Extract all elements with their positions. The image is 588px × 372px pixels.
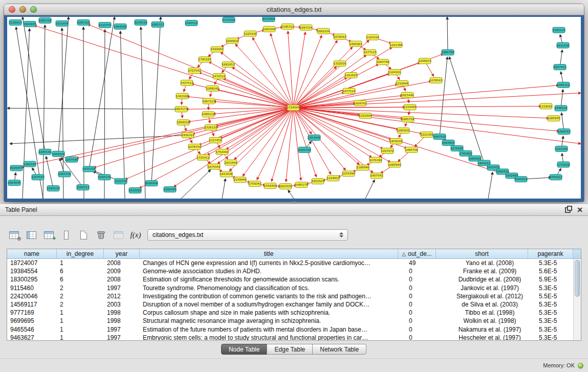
graph-edge[interactable] <box>488 172 493 199</box>
graph-node[interactable]: 1505135 <box>98 174 111 180</box>
graph-node[interactable]: 2126053 <box>9 19 22 25</box>
minimize-window-button[interactable] <box>19 6 26 13</box>
column-header-name[interactable]: name <box>7 249 57 258</box>
graph-edge[interactable] <box>43 25 45 199</box>
graph-node[interactable]: 1667542 <box>433 134 446 140</box>
graph-node[interactable]: 1472512 <box>213 74 225 79</box>
graph-node[interactable]: 1161625 <box>345 73 357 78</box>
graph-edge[interactable] <box>293 32 306 108</box>
graph-node[interactable]: 1832020 <box>129 188 142 193</box>
graph-node[interactable]: 1677115 <box>364 50 376 55</box>
graph-node[interactable]: 1225430 <box>244 31 257 36</box>
graph-edge[interactable] <box>151 17 161 183</box>
graph-edge[interactable] <box>141 27 145 199</box>
graph-node[interactable]: 1085945 <box>548 116 560 121</box>
graph-edge[interactable] <box>293 55 366 108</box>
import-table-button[interactable] <box>112 228 125 242</box>
graph-edge[interactable] <box>447 17 448 52</box>
table-scrollbar[interactable] <box>573 259 581 340</box>
graph-edge[interactable] <box>46 156 53 188</box>
graph-edge[interactable] <box>232 67 293 107</box>
graph-node[interactable]: 1724045 <box>287 105 299 111</box>
scrollbar-thumb[interactable] <box>575 260 580 297</box>
delete-table-button[interactable] <box>94 228 107 242</box>
graph-node[interactable]: 1675719 <box>83 166 96 172</box>
graph-node[interactable]: 1697154 <box>300 25 313 30</box>
graph-node[interactable]: 1915446 <box>401 92 414 98</box>
graph-node[interactable]: 1795183 <box>199 57 211 62</box>
graph-node[interactable]: 1495175 <box>295 182 308 188</box>
graph-node[interactable]: 1486112 <box>202 112 214 117</box>
graph-edge[interactable] <box>293 108 559 132</box>
tab-network-table[interactable]: Network Table <box>312 344 366 355</box>
graph-node[interactable]: 1064748 <box>377 59 389 65</box>
graph-node[interactable]: 1952507 <box>312 179 324 184</box>
graph-node[interactable]: 1936321 <box>182 133 194 138</box>
table-row[interactable]: 1456911722003Disruption of a novel membe… <box>7 300 581 309</box>
graph-node[interactable]: 1495758 <box>405 147 418 152</box>
graph-node[interactable]: 1877114 <box>343 88 356 94</box>
graph-edge[interactable] <box>23 17 45 152</box>
graph-node[interactable]: 1585514 <box>553 27 565 33</box>
graph-node[interactable]: 1505134 <box>47 186 60 191</box>
graph-edge[interactable] <box>293 106 541 108</box>
graph-node[interactable]: 1953445 <box>308 135 320 141</box>
table-row[interactable]: 1938455462009Genome-wide association stu… <box>7 267 581 275</box>
graph-edge[interactable] <box>293 85 559 108</box>
graph-edge[interactable] <box>293 40 369 108</box>
graph-node[interactable]: 1931456 <box>557 42 570 48</box>
graph-edge[interactable] <box>83 27 84 199</box>
table-row[interactable]: 946362711997Embryonic stem cells: a mode… <box>7 334 581 340</box>
graph-node[interactable]: 1221398 <box>390 42 403 48</box>
graph-node[interactable]: 1363188 <box>176 93 189 99</box>
function-builder-button[interactable]: f(x) <box>129 228 142 242</box>
graph-node[interactable]: 1931454 <box>56 20 69 26</box>
graph-node[interactable]: 1565719 <box>58 171 71 177</box>
graph-node[interactable]: 1542469 <box>264 183 277 189</box>
graph-node[interactable]: 1772030 <box>557 162 570 167</box>
graph-node[interactable]: 2026056 <box>145 181 158 186</box>
graph-node[interactable]: 1164161 <box>388 70 401 75</box>
graph-node[interactable]: 2159446 <box>234 177 247 183</box>
graph-node[interactable]: 1085317 <box>151 21 164 27</box>
graph-edge[interactable] <box>293 108 359 165</box>
close-panel-icon[interactable]: ✕ <box>577 206 583 213</box>
window-titlebar[interactable]: citations_edges.txt <box>4 4 584 15</box>
float-panel-icon[interactable] <box>565 207 571 213</box>
graph-node[interactable]: 2122755 <box>99 22 111 28</box>
table-row[interactable]: 977716911998Corpus callosum shape and si… <box>7 309 581 317</box>
graph-node[interactable]: 1248033 <box>419 58 431 64</box>
graph-node[interactable]: 1679195 <box>451 145 463 151</box>
graph-node[interactable]: 1604742 <box>354 100 366 106</box>
graph-node[interactable]: 1186946 <box>357 165 369 170</box>
graph-edge[interactable] <box>288 31 293 108</box>
graph-node[interactable]: 1257547 <box>32 174 45 180</box>
graph-node[interactable]: 1124815 <box>327 176 339 181</box>
graph-node[interactable]: 1221309 <box>421 132 433 138</box>
column-header-title[interactable]: title <box>140 249 398 258</box>
graph-node[interactable]: 1944216 <box>52 151 65 157</box>
graph-node[interactable]: 1210646 <box>396 80 409 86</box>
tab-node-table[interactable]: Node Table <box>221 344 268 355</box>
graph-node[interactable]: 1092450 <box>164 187 177 192</box>
graph-edge[interactable] <box>293 35 322 107</box>
graph-edge[interactable] <box>7 108 181 109</box>
graph-node[interactable]: 2067173 <box>175 106 188 112</box>
graph-node[interactable]: 1943556 <box>279 184 292 189</box>
graph-node[interactable]: 1944246 <box>114 24 127 29</box>
graph-node[interactable]: 1936322 <box>298 147 311 152</box>
graph-edge[interactable] <box>252 37 293 107</box>
graph-node[interactable]: 1881053 <box>222 62 235 68</box>
graph-node[interactable]: 1485083 <box>350 41 362 47</box>
graph-node[interactable]: 2122756 <box>115 179 127 184</box>
graph-node[interactable]: 1679754 <box>188 144 201 149</box>
graph-edge[interactable] <box>288 190 294 199</box>
graph-node[interactable]: 1903645 <box>24 21 36 27</box>
show-columns-button[interactable] <box>25 228 38 242</box>
graph-edge[interactable] <box>16 27 43 199</box>
graph-node[interactable]: 9245013 <box>550 174 562 180</box>
graph-node[interactable]: 1085312 <box>557 82 570 87</box>
graph-node[interactable]: 1207072 <box>381 148 394 154</box>
graph-edge[interactable] <box>440 57 447 137</box>
graph-node[interactable]: 1585512 <box>185 20 198 26</box>
